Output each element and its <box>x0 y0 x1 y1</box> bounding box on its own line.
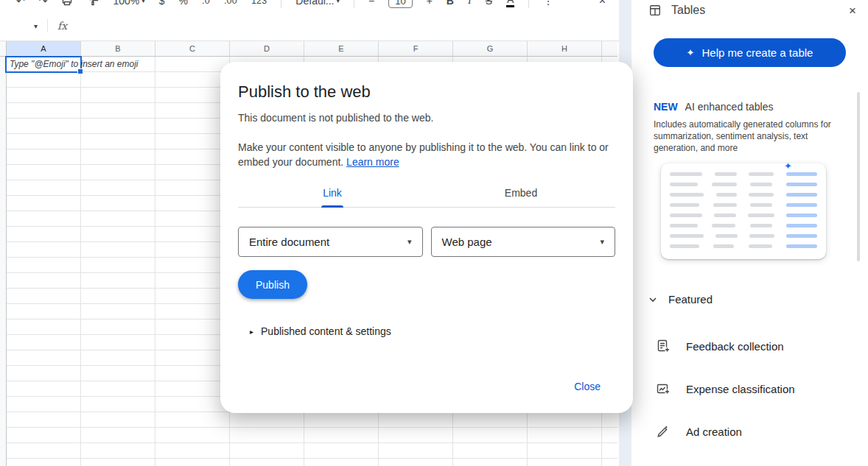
italic-button[interactable]: I <box>468 0 472 7</box>
toolbar-divider <box>528 0 529 8</box>
dialog-close-button[interactable]: Close <box>574 381 601 392</box>
illustration-bar <box>749 193 774 197</box>
percent-format-button[interactable]: % <box>179 0 188 7</box>
disclosure-arrow-icon: ▸ <box>250 328 253 336</box>
more-options-icon[interactable]: ⋮ <box>543 0 553 7</box>
new-badge: NEW <box>654 101 678 113</box>
illustration-bar <box>715 234 738 238</box>
table-icon <box>648 4 662 17</box>
column-header-partial[interactable] <box>602 41 617 56</box>
ad-creation-icon <box>656 424 671 439</box>
illustration-bar <box>712 183 737 186</box>
column-headers: A B C D E F G H <box>0 41 617 57</box>
toolbar-divider <box>354 0 354 8</box>
column-header-c[interactable]: C <box>155 41 230 56</box>
illustration-bar-blue <box>786 224 817 227</box>
tables-sidebar: Tables × ✦ Help me create a table NEW AI… <box>631 0 868 466</box>
column-header-f[interactable]: F <box>379 41 453 56</box>
sidebar-close-icon[interactable]: × <box>849 4 856 17</box>
sidebar-scrollbar[interactable] <box>857 92 860 261</box>
column-header-h[interactable]: H <box>528 41 602 56</box>
column-header-a[interactable]: A <box>7 41 81 56</box>
featured-item-expense-classification[interactable]: Expense classification <box>631 367 868 410</box>
font-size-input[interactable]: 10 <box>388 0 412 8</box>
illustration-bar <box>748 213 774 217</box>
row-gutter <box>0 57 7 466</box>
illustration-bar <box>670 172 702 176</box>
toolbar-close-icon[interactable]: × <box>599 0 606 7</box>
sidebar-header: Tables × <box>631 0 868 19</box>
tab-embed[interactable]: Embed <box>427 178 615 207</box>
illustration-bar <box>670 244 699 248</box>
ai-enhanced-tables-description: Includes automatically generated columns… <box>654 119 846 154</box>
expense-classification-icon <box>656 381 671 396</box>
illustration-bar <box>714 213 736 217</box>
help-me-create-table-button[interactable]: ✦ Help me create a table <box>654 38 846 67</box>
illustration-bar <box>670 183 698 186</box>
illustration-bar <box>670 234 704 238</box>
grid-corner[interactable] <box>0 41 7 56</box>
featured-items: Feedback collection Expense classificati… <box>631 325 868 453</box>
illustration-bar <box>670 213 702 217</box>
illustration-bar-blue <box>786 193 817 197</box>
strikethrough-button[interactable]: S <box>486 0 492 7</box>
tab-link[interactable]: Link <box>238 178 427 207</box>
illustration-bar <box>713 203 737 207</box>
chevron-down-icon <box>647 294 659 306</box>
featured-section-toggle[interactable]: Featured <box>631 293 868 306</box>
chevron-down-icon: ▾ <box>141 0 145 4</box>
featured-item-ad-creation[interactable]: Ad creation <box>631 410 868 453</box>
chevron-down-icon: ▾ <box>336 0 340 4</box>
illustration-bar <box>750 203 772 207</box>
publish-options-row: Entire document ▾ Web page ▾ <box>238 227 615 257</box>
more-formats-button[interactable]: 123 <box>251 0 267 6</box>
formula-bar[interactable]: ▾ fx <box>0 11 619 41</box>
sidebar-title: Tables <box>671 4 705 17</box>
scope-select[interactable]: Entire document ▾ <box>238 227 423 257</box>
illustration-bar-blue <box>786 244 817 248</box>
featured-item-feedback-collection[interactable]: Feedback collection <box>631 325 868 367</box>
illustration-bar <box>670 224 698 227</box>
ai-table-illustration: ✦ <box>661 163 826 259</box>
illustration-bar <box>715 172 737 176</box>
currency-format-button[interactable]: $ <box>159 0 165 7</box>
publish-status-text: This document is not published to the we… <box>238 112 615 124</box>
column-header-b[interactable]: B <box>81 41 155 56</box>
learn-more-link[interactable]: Learn more <box>346 156 399 168</box>
illustration-bar-blue <box>786 213 817 217</box>
sparkle-icon: ✦ <box>687 47 695 58</box>
illustration-bar-blue <box>786 234 817 238</box>
illustration-bar-blue <box>786 172 817 176</box>
illustration-bar <box>749 172 774 176</box>
published-content-settings-toggle[interactable]: ▸ Published content & settings <box>238 325 615 337</box>
active-cell-a1[interactable]: Type "@Emoji" to insert an emoji <box>5 56 82 73</box>
column-header-g[interactable]: G <box>453 41 528 56</box>
formula-bar-divider <box>47 19 48 32</box>
font-select[interactable]: Defaul...▾ <box>295 0 340 7</box>
decrease-font-size-button[interactable]: − <box>368 0 374 7</box>
illustration-bar <box>712 224 735 227</box>
illustration-bar <box>713 244 734 248</box>
illustration-bar-blue <box>786 183 817 186</box>
zoom-select[interactable]: 100%▾ <box>113 0 144 7</box>
column-header-d[interactable]: D <box>230 41 304 56</box>
toolbar-divider <box>281 0 281 8</box>
bold-button[interactable]: B <box>447 0 454 7</box>
decrease-decimal-button[interactable]: .0 <box>202 0 210 6</box>
print-icon[interactable] <box>61 0 73 7</box>
name-box-chevron-icon[interactable]: ▾ <box>34 22 38 30</box>
illustration-bar <box>749 234 774 238</box>
paint-format-icon[interactable] <box>87 0 99 7</box>
illustration-bar <box>716 193 737 197</box>
increase-decimal-button[interactable]: .00 <box>224 0 237 6</box>
redo-icon[interactable]: ↷ <box>39 0 48 7</box>
dialog-title: Publish to the web <box>238 82 615 102</box>
illustration-bar <box>670 203 699 207</box>
undo-icon[interactable]: ↶ <box>16 0 25 7</box>
text-color-button[interactable]: A <box>506 0 514 7</box>
format-select[interactable]: Web page ▾ <box>431 227 616 257</box>
sparkle-icon: ✦ <box>784 160 792 172</box>
increase-font-size-button[interactable]: + <box>427 0 433 7</box>
column-header-e[interactable]: E <box>304 41 379 56</box>
publish-button[interactable]: Publish <box>238 270 307 299</box>
